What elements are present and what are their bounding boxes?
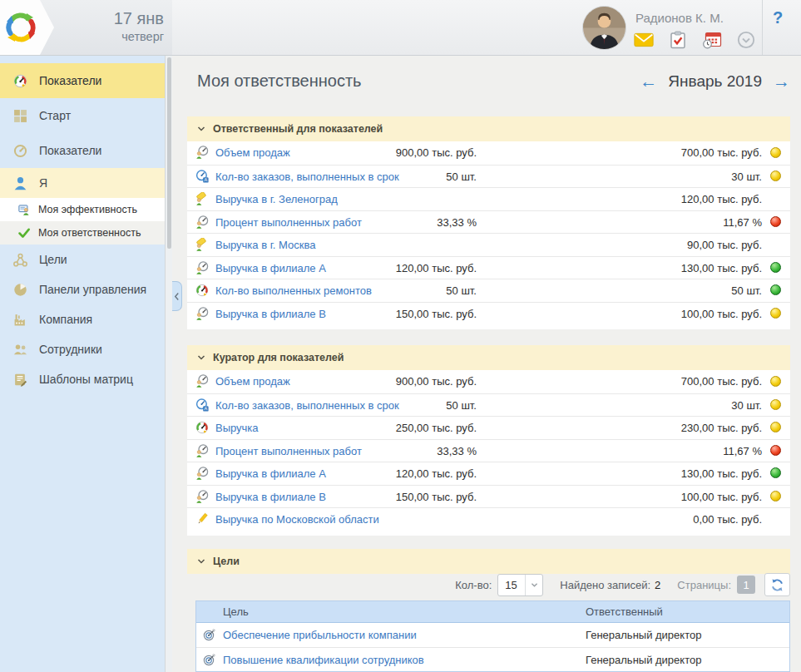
status-indicator <box>770 491 781 502</box>
next-month-button[interactable]: → <box>773 72 790 91</box>
section-curator: Куратор для показателей Объем продаж 900… <box>187 345 790 536</box>
sidebar-item-label: Я <box>39 176 47 190</box>
sidebar-item-label: Показатели <box>39 144 101 157</box>
indicator-link[interactable]: Выручка в филиале А <box>215 467 326 480</box>
fact-value: 90,00 тыс. руб. <box>687 239 762 251</box>
fact-value: 100,00 тыс. руб. <box>681 308 762 320</box>
sidebar-item-label: Моя эффективность <box>38 204 137 215</box>
period-navigator: ← Январь 2019 → <box>187 72 790 91</box>
status-indicator <box>770 445 781 456</box>
plan-value: 150,00 тыс. руб. <box>396 491 477 503</box>
mail-icon[interactable] <box>634 31 654 49</box>
gauge-icon <box>13 144 27 158</box>
indicator-link[interactable]: Выручка в г. Москва <box>215 239 315 251</box>
indicator-link[interactable]: Кол-во заказов, выполненных в срок <box>215 170 399 183</box>
people-icon <box>13 343 27 357</box>
period-label: Январь 2019 <box>668 72 762 91</box>
indicator-row: Выручка в филиале В 150,00 тыс. руб. 100… <box>187 485 790 508</box>
svg-text:A: A <box>205 177 208 182</box>
section-header[interactable]: Ответственный для показателей <box>187 116 790 141</box>
indicator-link[interactable]: Кол-во выполненных ремонтов <box>215 284 372 297</box>
indicator-link[interactable]: Процент выполненных работ <box>215 445 362 457</box>
indicator-row: Объем продаж 900,00 тыс. руб. 700,00 тыс… <box>187 141 790 165</box>
plan-value: 50 шт. <box>446 170 477 183</box>
page-size-select[interactable]: 15 <box>497 574 543 596</box>
indicator-row: A Кол-во заказов, выполненных в срок 50 … <box>187 393 790 417</box>
page-size-value: 15 <box>498 575 525 595</box>
status-indicator <box>770 262 781 273</box>
monitor-person-icon <box>18 204 30 215</box>
indicator-link[interactable]: Объем продаж <box>215 375 290 388</box>
goal-link[interactable]: Повышение квалификации сотрудников <box>223 654 424 666</box>
pages-label: Страницы: <box>677 579 731 591</box>
section-header[interactable]: Цели <box>187 549 790 574</box>
sidebar-item-label: Цели <box>39 253 67 266</box>
sidebar-item-matrix-templates[interactable]: Шаблоны матриц <box>0 364 165 394</box>
prev-month-button[interactable]: ← <box>640 72 657 91</box>
indicator-link[interactable]: Выручка по Московской области <box>215 513 379 526</box>
tasks-icon[interactable] <box>668 31 688 49</box>
sidebar-scrollbar[interactable] <box>165 56 172 672</box>
indicator-link[interactable]: Объем продаж <box>215 146 290 159</box>
indicator-link[interactable]: Выручка в филиале В <box>215 308 326 320</box>
chevron-circle-icon[interactable] <box>736 31 756 49</box>
plan-value: 900,00 тыс. руб. <box>396 375 477 388</box>
indicator-row: Выручка в филиале А 120,00 тыс. руб. 130… <box>187 462 790 485</box>
calendar-clock-icon[interactable] <box>702 31 722 49</box>
sidebar-item-pokazateli[interactable]: Показатели <box>0 133 165 168</box>
indicator-link[interactable]: Выручка в филиале В <box>215 491 326 503</box>
sidebar-item-company[interactable]: Компания <box>0 304 165 334</box>
status-indicator <box>770 376 781 387</box>
count-label: Кол-во: <box>455 579 492 591</box>
section-header[interactable]: Куратор для показателей <box>187 345 790 370</box>
refresh-button[interactable] <box>764 573 790 596</box>
status-indicator <box>770 308 781 319</box>
sidebar-item-pokazateli-root[interactable]: Показатели <box>0 63 165 98</box>
fact-value: 11,67 % <box>723 445 762 457</box>
indicator-link[interactable]: Выручка <box>215 422 259 434</box>
indicator-link[interactable]: Кол-во заказов, выполненных в срок <box>215 399 399 412</box>
fact-value: 130,00 тыс. руб. <box>681 467 762 480</box>
sidebar-item-dashboards[interactable]: Панели управления <box>0 274 165 304</box>
chevron-down-icon <box>197 354 205 361</box>
target-icon <box>203 653 216 666</box>
goal-link[interactable]: Обеспечение прибыльности компании <box>223 629 417 641</box>
sidebar-collapse-button[interactable] <box>172 281 182 311</box>
page-1-button[interactable]: 1 <box>737 576 755 594</box>
user-name: Радионов К. М. <box>635 11 724 25</box>
help-button[interactable]: ? <box>773 8 783 27</box>
section-title: Цели <box>213 556 240 567</box>
indicator-link[interactable]: Выручка в г. Зеленоград <box>215 193 338 205</box>
fact-value: 11,67 % <box>723 216 762 229</box>
sidebar-item-me[interactable]: Я <box>0 168 165 198</box>
status-indicator <box>770 422 781 432</box>
sidebar-item-my-responsibility[interactable]: Моя ответственность <box>0 221 165 245</box>
plan-value: 150,00 тыс. руб. <box>396 308 477 320</box>
fact-value: 120,00 тыс. руб. <box>681 193 762 205</box>
gauge-person-icon <box>195 490 209 503</box>
sidebar-item-label: Моя ответственность <box>38 227 141 239</box>
plan-value: 250,00 тыс. руб. <box>396 422 477 434</box>
sidebar-item-label: Сотрудники <box>39 343 102 356</box>
grid-icon <box>13 109 27 123</box>
indicator-link[interactable]: Выручка в филиале А <box>215 262 326 274</box>
gauge-person-icon <box>195 215 209 229</box>
gauge-color-icon <box>13 74 27 88</box>
logo-cycle-icon <box>4 11 37 44</box>
indicator-link[interactable]: Процент выполненных работ <box>215 216 362 229</box>
indicator-row: Выручка в филиале А 120,00 тыс. руб. 130… <box>187 256 790 279</box>
status-indicator <box>770 147 781 158</box>
sidebar-item-my-efficiency[interactable]: Моя эффективность <box>0 198 165 221</box>
sidebar-item-employees[interactable]: Сотрудники <box>0 334 165 364</box>
nodes-icon <box>13 253 27 267</box>
plan-value: 120,00 тыс. руб. <box>396 467 477 480</box>
sidebar-item-start[interactable]: Старт <box>0 98 165 133</box>
gauge-person-icon <box>195 261 209 274</box>
sidebar-item-goals[interactable]: Цели <box>0 245 165 274</box>
user-avatar[interactable] <box>582 6 626 50</box>
status-indicator <box>770 399 781 410</box>
goals-table: Цель Ответственный Обеспечение прибыльно… <box>195 600 790 672</box>
status-indicator <box>770 170 781 181</box>
fact-value: 100,00 тыс. руб. <box>681 491 762 503</box>
app-header: 17 янв четверг Радионов К. М. ? <box>0 0 801 56</box>
